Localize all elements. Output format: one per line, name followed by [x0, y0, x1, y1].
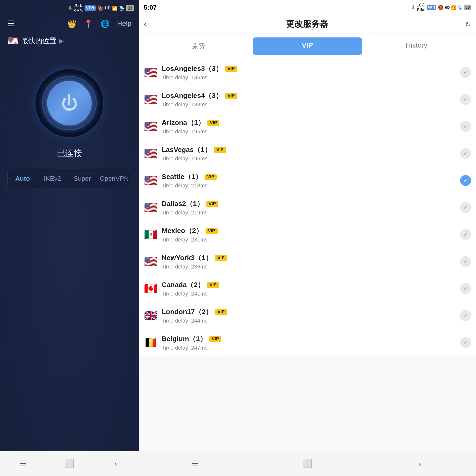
- server-item[interactable]: 🇨🇦 Canada（2） VIP Time delay: 241ms ✓: [139, 275, 476, 302]
- right-wifi-icon: 📡: [458, 5, 463, 10]
- server-delay: Time delay: 244ms: [162, 318, 456, 324]
- vip-badge: VIP: [225, 66, 237, 72]
- right-download-icon: ⬇: [411, 4, 415, 10]
- server-flag: 🇺🇸: [144, 174, 158, 187]
- server-info: Seattle（1） VIP Time delay: 213ms: [162, 172, 456, 189]
- globe-icon[interactable]: 🌐: [100, 19, 110, 28]
- vip-badge: VIP: [215, 255, 227, 261]
- server-item[interactable]: 🇺🇸 NewYork3（1） VIP Time delay: 236ms ✓: [139, 248, 476, 275]
- right-status-icons: ⬇ 10.8KB/s VPN 🔕 HD 📶 📡 33: [411, 3, 471, 12]
- refresh-button[interactable]: ↻: [465, 20, 471, 29]
- server-delay: Time delay: 247ms: [162, 345, 456, 351]
- select-icon[interactable]: ✓: [460, 121, 471, 132]
- vip-badge: VIP: [206, 201, 218, 207]
- server-name: LosAngeles3（3） VIP: [162, 64, 456, 73]
- server-item[interactable]: 🇺🇸 Seattle（1） VIP Time delay: 213ms ✓: [139, 167, 476, 194]
- bottom-menu-btn[interactable]: ☰: [16, 456, 30, 471]
- server-delay: Time delay: 195ms: [162, 128, 456, 135]
- power-button-container: ⏻: [0, 54, 139, 148]
- server-item[interactable]: 🇺🇸 Arizona（1） VIP Time delay: 195ms ✓: [139, 113, 476, 140]
- server-name: LasVegas（1） VIP: [162, 145, 456, 154]
- select-icon[interactable]: ✓: [460, 256, 471, 267]
- right-hd-icon: HD: [445, 5, 450, 9]
- server-flag: 🇺🇸: [144, 66, 158, 79]
- select-icon[interactable]: ✓: [460, 310, 471, 321]
- power-middle-ring: ⏻: [42, 76, 97, 130]
- protocol-super[interactable]: Super: [67, 169, 97, 188]
- server-info: LosAngeles3（3） VIP Time delay: 185ms: [162, 64, 456, 81]
- vip-badge: VIP: [206, 228, 218, 234]
- back-button[interactable]: ‹: [144, 19, 149, 29]
- download-icon: ⬇: [68, 5, 72, 11]
- nav-icons: 👑 📍 🌐 Help: [67, 19, 131, 28]
- server-item[interactable]: 🇲🇽 Mexico（2） VIP Time delay: 231ms ✓: [139, 221, 476, 248]
- mute-icon: 🔕: [97, 5, 103, 11]
- signal-bars: 📶: [112, 5, 118, 11]
- right-signal-text: 10.8KB/s: [417, 3, 425, 12]
- right-bottom-menu-btn[interactable]: ☰: [188, 456, 203, 471]
- battery-icon: 33: [126, 5, 134, 11]
- server-delay: Time delay: 185ms: [162, 74, 456, 81]
- server-item[interactable]: 🇺🇸 LosAngeles4（3） VIP Time delay: 188ms …: [139, 86, 476, 113]
- server-flag: 🇺🇸: [144, 201, 158, 214]
- power-button[interactable]: ⏻: [47, 81, 92, 125]
- location-text: 最快的位置: [22, 36, 56, 46]
- right-bottom-back-btn[interactable]: ‹: [412, 456, 427, 471]
- vip-badge: VIP: [225, 93, 237, 99]
- right-vpn-badge: VPN: [427, 5, 436, 10]
- protocol-bar: Auto IKEv2 Super OpenVPN: [7, 169, 131, 188]
- server-flag: 🇬🇧: [144, 309, 158, 322]
- location-flag: 🇺🇸: [7, 36, 19, 46]
- menu-icon[interactable]: ☰: [7, 19, 15, 28]
- vip-badge: VIP: [214, 147, 226, 153]
- select-icon[interactable]: ✓: [460, 94, 471, 105]
- server-flag: 🇧🇪: [144, 336, 158, 349]
- protocol-openvpn[interactable]: OpenVPN: [97, 169, 131, 188]
- bottom-nav-right: ☰ ⬜ ‹: [139, 451, 476, 476]
- server-delay: Time delay: 213ms: [162, 182, 456, 189]
- select-icon[interactable]: ✓: [460, 283, 471, 294]
- server-delay: Time delay: 196ms: [162, 155, 456, 162]
- server-name: Seattle（1） VIP: [162, 172, 456, 181]
- select-icon[interactable]: ✓: [460, 67, 471, 78]
- right-panel: 5:07 ⬇ 10.8KB/s VPN 🔕 HD 📶 📡 33 ‹ 更改服务器 …: [139, 0, 476, 476]
- server-item[interactable]: 🇺🇸 LasVegas（1） VIP Time delay: 196ms ✓: [139, 140, 476, 167]
- tab-bar: 免费 VIP History: [139, 33, 476, 59]
- vip-badge: VIP: [215, 309, 227, 315]
- server-item[interactable]: 🇺🇸 LosAngeles3（3） VIP Time delay: 185ms …: [139, 59, 476, 86]
- connected-text: 已连接: [0, 148, 139, 169]
- vip-badge: VIP: [207, 120, 219, 126]
- location-icon[interactable]: 📍: [84, 19, 93, 28]
- select-icon[interactable]: ✓: [460, 175, 471, 186]
- bottom-back-btn[interactable]: ‹: [108, 456, 123, 471]
- select-icon[interactable]: ✓: [460, 229, 471, 240]
- server-item[interactable]: 🇺🇸 Dallas2（1） VIP Time delay: 219ms ✓: [139, 194, 476, 221]
- top-nav: ☰ 👑 📍 🌐 Help: [0, 16, 139, 33]
- server-item[interactable]: 🇧🇪 Belgium（1） VIP Time delay: 247ms ✓: [139, 329, 476, 356]
- location-bar: 🇺🇸 最快的位置 ▶: [0, 33, 139, 54]
- signal-text: 20.6KB/s: [74, 3, 83, 13]
- server-name: Dallas2（1） VIP: [162, 199, 456, 208]
- status-bar-right: 5:07 ⬇ 10.8KB/s VPN 🔕 HD 📶 📡 33: [139, 0, 476, 15]
- vip-badge: VIP: [207, 282, 219, 288]
- tab-vip[interactable]: VIP: [253, 37, 362, 55]
- select-icon[interactable]: ✓: [460, 148, 471, 159]
- crown-icon[interactable]: 👑: [67, 19, 76, 28]
- server-delay: Time delay: 236ms: [162, 264, 456, 270]
- server-item[interactable]: 🇬🇧 London17（2） VIP Time delay: 244ms ✓: [139, 302, 476, 329]
- protocol-ikev2[interactable]: IKEv2: [37, 169, 67, 188]
- protocol-auto[interactable]: Auto: [8, 169, 37, 188]
- server-info: LasVegas（1） VIP Time delay: 196ms: [162, 145, 456, 162]
- tab-free[interactable]: 免费: [144, 37, 253, 55]
- select-icon[interactable]: ✓: [460, 202, 471, 213]
- help-link[interactable]: Help: [117, 20, 131, 28]
- bottom-home-btn[interactable]: ⬜: [62, 456, 77, 471]
- tab-history[interactable]: History: [362, 37, 471, 55]
- hd-icon: HD: [105, 6, 111, 10]
- left-panel: ⬇ 20.6KB/s VPN 🔕 HD 📶 📡 33 ☰ 👑 📍 🌐 Help …: [0, 0, 139, 476]
- select-icon[interactable]: ✓: [460, 337, 471, 348]
- right-battery-icon: 33: [464, 5, 471, 10]
- server-delay: Time delay: 188ms: [162, 101, 456, 108]
- right-bottom-home-btn[interactable]: ⬜: [300, 456, 315, 471]
- server-flag: 🇺🇸: [144, 255, 158, 268]
